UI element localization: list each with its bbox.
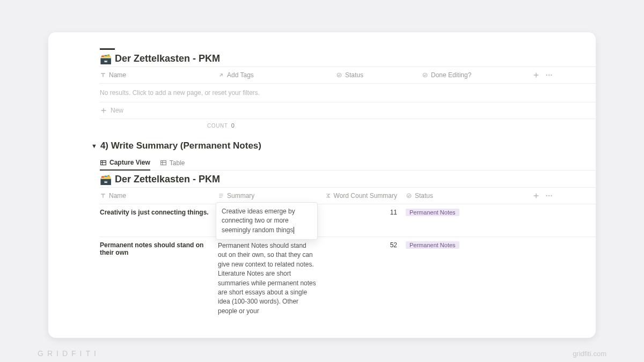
svg-point-3 (548, 75, 550, 76)
text-icon (100, 72, 106, 78)
cell-name[interactable]: Creativity is just connecting things. (100, 204, 218, 220)
svg-point-9 (548, 195, 550, 196)
tab-label: Capture View (109, 159, 150, 166)
cell-word-count: 52 (320, 237, 406, 253)
count-value: 0 (231, 122, 235, 129)
column-add-tags[interactable]: Add Tags (218, 71, 336, 79)
database-title[interactable]: 🗃️ Der Zettelkasten - PKM (100, 174, 596, 185)
column-label: Status (345, 71, 363, 79)
status-badge: Permanent Notes (406, 241, 459, 249)
column-label: Name (109, 71, 126, 79)
tab-capture-view[interactable]: Capture View (100, 156, 150, 171)
more-icon[interactable] (545, 192, 553, 200)
add-column-icon[interactable] (532, 71, 540, 79)
count-label: COUNT (207, 123, 228, 129)
toggle-triangle-icon[interactable]: ▼ (91, 143, 97, 149)
cell-name[interactable]: Permanent notes should stand on their ow… (100, 237, 218, 261)
heading-text: 4) Write Summary (Permanent Notes) (100, 141, 261, 151)
drag-handle[interactable] (100, 48, 115, 50)
count-row: COUNT 0 (100, 119, 596, 138)
cell-status[interactable]: Permanent Notes (406, 237, 497, 253)
tab-table[interactable]: Table (160, 156, 185, 170)
toggle-heading[interactable]: ▼ 4) Write Summary (Permanent Notes) (91, 141, 596, 151)
select-icon (422, 72, 428, 78)
new-label: New (111, 107, 123, 114)
column-label: Done Editing? (431, 71, 471, 79)
new-row-button[interactable]: New (100, 102, 596, 119)
page-title: Creativity is just connecting things. (100, 209, 209, 216)
svg-point-1 (423, 73, 427, 77)
select-icon (406, 193, 412, 199)
table-row[interactable]: Permanent notes should stand on their ow… (100, 237, 596, 320)
svg-point-2 (546, 75, 547, 76)
cell-edit-popover[interactable]: Creative ideas emerge by connecting two … (216, 202, 318, 240)
column-header-row: Name Add Tags Status Done Editing? (100, 67, 596, 84)
svg-point-8 (546, 195, 547, 196)
column-status[interactable]: Status (406, 192, 497, 200)
column-label: Summary (227, 192, 254, 200)
brand-url: gridfiti.com (573, 350, 606, 358)
database-title-text: Der Zettelkasten - PKM (115, 53, 220, 64)
cell-summary[interactable]: Permanent Notes should stand out on thei… (218, 237, 320, 320)
svg-point-10 (551, 195, 552, 196)
column-word-count[interactable]: Word Count Summary (320, 192, 406, 200)
page-icon: 🗃️ (100, 54, 112, 64)
text-icon (218, 193, 224, 199)
column-name[interactable]: Name (100, 192, 218, 200)
database-title[interactable]: 🗃️ Der Zettelkasten - PKM (100, 53, 596, 64)
text-icon (100, 193, 106, 199)
database-title-text: Der Zettelkasten - PKM (115, 174, 220, 185)
column-label: Add Tags (227, 71, 254, 79)
relation-icon (218, 72, 224, 78)
column-label: Word Count Summary (334, 192, 397, 200)
summary-text: Creative ideas emerge by connecting two … (222, 208, 295, 234)
brand-watermark: GRIDFITI (38, 349, 100, 358)
column-summary[interactable]: Summary (218, 192, 320, 200)
column-actions (532, 192, 553, 200)
column-header-row: Name Summary Word Count Summary Status (100, 187, 596, 204)
notion-card: 🗃️ Der Zettelkasten - PKM Name Add Tags … (48, 32, 596, 338)
column-status[interactable]: Status (336, 71, 422, 79)
more-icon[interactable] (545, 71, 553, 79)
tab-label: Table (170, 159, 185, 167)
cell-word-count: 11 (320, 204, 406, 220)
column-label: Name (109, 192, 126, 200)
table-row[interactable]: Creativity is just connecting things. Cr… (100, 204, 596, 237)
select-icon (336, 72, 342, 78)
add-column-icon[interactable] (532, 192, 540, 200)
view-tabs: Capture View Table (100, 156, 596, 171)
svg-point-0 (337, 73, 341, 77)
column-done-editing[interactable]: Done Editing? (422, 71, 508, 79)
svg-point-4 (551, 75, 552, 76)
table-icon (100, 159, 107, 166)
svg-point-7 (407, 194, 411, 198)
page-title: Permanent notes should stand on their ow… (100, 241, 203, 256)
cell-status[interactable]: Permanent Notes (406, 204, 497, 220)
page-icon: 🗃️ (100, 175, 112, 184)
column-name[interactable]: Name (100, 71, 218, 79)
empty-state[interactable]: No results. Click to add a new page, or … (100, 84, 596, 102)
formula-icon (325, 193, 331, 199)
svg-rect-5 (101, 160, 106, 165)
cell-summary[interactable]: Creative ideas emerge by connecting two … (218, 204, 320, 237)
column-actions (532, 71, 553, 79)
column-label: Status (415, 192, 433, 200)
plus-icon (100, 107, 107, 114)
svg-rect-6 (160, 160, 166, 165)
status-badge: Permanent Notes (406, 209, 459, 216)
table-icon (160, 159, 167, 166)
